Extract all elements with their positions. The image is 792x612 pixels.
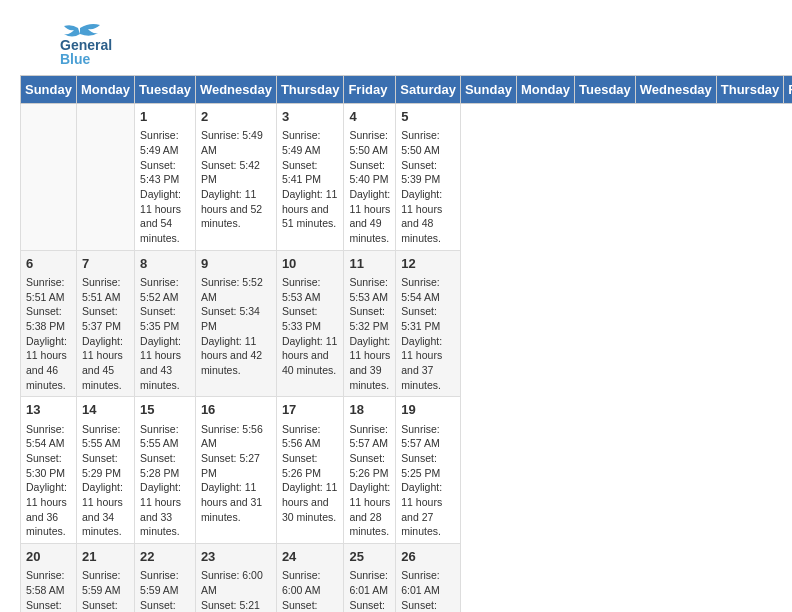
- day-number: 13: [26, 401, 71, 419]
- sunrise-time: Sunrise: 5:59 AM: [82, 568, 129, 597]
- calendar-cell: 23Sunrise: 6:00 AMSunset: 5:21 PMDayligh…: [195, 544, 276, 612]
- sunset-time: Sunset: 5:43 PM: [140, 158, 190, 187]
- daylight-hours: Daylight: 11 hours and 39 minutes.: [349, 334, 390, 393]
- calendar-cell: 19Sunrise: 5:57 AMSunset: 5:25 PMDayligh…: [396, 397, 461, 544]
- sunset-time: Sunset: 5:19 PM: [401, 598, 455, 612]
- calendar-cell: 6Sunrise: 5:51 AMSunset: 5:38 PMDaylight…: [21, 250, 77, 397]
- day-number: 22: [140, 548, 190, 566]
- svg-text:Blue: Blue: [60, 51, 91, 65]
- day-number: 17: [282, 401, 339, 419]
- calendar-header-row: SundayMondayTuesdayWednesdayThursdayFrid…: [21, 76, 793, 104]
- sunrise-time: Sunrise: 6:01 AM: [349, 568, 390, 597]
- sunrise-time: Sunrise: 5:55 AM: [140, 422, 190, 451]
- sunset-time: Sunset: 5:22 PM: [140, 598, 190, 612]
- daylight-hours: Daylight: 11 hours and 51 minutes.: [282, 187, 339, 231]
- daylight-hours: Daylight: 11 hours and 48 minutes.: [401, 187, 455, 246]
- daylight-hours: Daylight: 11 hours and 52 minutes.: [201, 187, 271, 231]
- day-number: 6: [26, 255, 71, 273]
- day-number: 15: [140, 401, 190, 419]
- sunrise-time: Sunrise: 6:00 AM: [282, 568, 339, 597]
- sunrise-time: Sunrise: 5:54 AM: [401, 275, 455, 304]
- day-number: 5: [401, 108, 455, 126]
- calendar-week-row: 13Sunrise: 5:54 AMSunset: 5:30 PMDayligh…: [21, 397, 793, 544]
- weekday-header: Monday: [76, 76, 134, 104]
- sunrise-time: Sunrise: 5:52 AM: [140, 275, 190, 304]
- page-header: General Blue: [20, 20, 772, 65]
- sunrise-time: Sunrise: 5:50 AM: [349, 128, 390, 157]
- daylight-hours: Daylight: 11 hours and 30 minutes.: [282, 480, 339, 524]
- calendar-cell: 17Sunrise: 5:56 AMSunset: 5:26 PMDayligh…: [276, 397, 344, 544]
- sunset-time: Sunset: 5:37 PM: [82, 304, 129, 333]
- calendar-cell: 14Sunrise: 5:55 AMSunset: 5:29 PMDayligh…: [76, 397, 134, 544]
- calendar-cell: 18Sunrise: 5:57 AMSunset: 5:26 PMDayligh…: [344, 397, 396, 544]
- sunrise-time: Sunrise: 5:49 AM: [282, 128, 339, 157]
- sunset-time: Sunset: 5:33 PM: [282, 304, 339, 333]
- calendar-cell: 12Sunrise: 5:54 AMSunset: 5:31 PMDayligh…: [396, 250, 461, 397]
- day-number: 10: [282, 255, 339, 273]
- daylight-hours: Daylight: 11 hours and 28 minutes.: [349, 480, 390, 539]
- weekday-header: Wednesday: [635, 76, 716, 104]
- sunset-time: Sunset: 5:32 PM: [349, 304, 390, 333]
- sunset-time: Sunset: 5:19 PM: [349, 598, 390, 612]
- calendar-cell: 15Sunrise: 5:55 AMSunset: 5:28 PMDayligh…: [135, 397, 196, 544]
- sunset-time: Sunset: 5:31 PM: [401, 304, 455, 333]
- daylight-hours: Daylight: 11 hours and 36 minutes.: [26, 480, 71, 539]
- daylight-hours: Daylight: 11 hours and 34 minutes.: [82, 480, 129, 539]
- sunrise-time: Sunrise: 5:51 AM: [26, 275, 71, 304]
- sunset-time: Sunset: 5:25 PM: [401, 451, 455, 480]
- weekday-header: Friday: [344, 76, 396, 104]
- day-number: 3: [282, 108, 339, 126]
- daylight-hours: Daylight: 11 hours and 31 minutes.: [201, 480, 271, 524]
- sunrise-time: Sunrise: 5:52 AM: [201, 275, 271, 304]
- daylight-hours: Daylight: 11 hours and 49 minutes.: [349, 187, 390, 246]
- day-number: 25: [349, 548, 390, 566]
- calendar-cell: 8Sunrise: 5:52 AMSunset: 5:35 PMDaylight…: [135, 250, 196, 397]
- sunrise-time: Sunrise: 6:01 AM: [401, 568, 455, 597]
- calendar-cell: 4Sunrise: 5:50 AMSunset: 5:40 PMDaylight…: [344, 104, 396, 251]
- calendar-week-row: 6Sunrise: 5:51 AMSunset: 5:38 PMDaylight…: [21, 250, 793, 397]
- sunset-time: Sunset: 5:40 PM: [349, 158, 390, 187]
- weekday-header: Monday: [516, 76, 574, 104]
- sunset-time: Sunset: 5:24 PM: [26, 598, 71, 612]
- sunset-time: Sunset: 5:20 PM: [282, 598, 339, 612]
- calendar-week-row: 1Sunrise: 5:49 AMSunset: 5:43 PMDaylight…: [21, 104, 793, 251]
- sunrise-time: Sunrise: 5:57 AM: [349, 422, 390, 451]
- calendar-cell: 24Sunrise: 6:00 AMSunset: 5:20 PMDayligh…: [276, 544, 344, 612]
- weekday-header: Saturday: [396, 76, 461, 104]
- calendar-cell: 10Sunrise: 5:53 AMSunset: 5:33 PMDayligh…: [276, 250, 344, 397]
- calendar-cell: 26Sunrise: 6:01 AMSunset: 5:19 PMDayligh…: [396, 544, 461, 612]
- sunset-time: Sunset: 5:29 PM: [82, 451, 129, 480]
- calendar-table: SundayMondayTuesdayWednesdayThursdayFrid…: [20, 75, 792, 612]
- sunset-time: Sunset: 5:28 PM: [140, 451, 190, 480]
- calendar-cell: 2Sunrise: 5:49 AMSunset: 5:42 PMDaylight…: [195, 104, 276, 251]
- sunset-time: Sunset: 5:26 PM: [282, 451, 339, 480]
- calendar-cell: 20Sunrise: 5:58 AMSunset: 5:24 PMDayligh…: [21, 544, 77, 612]
- daylight-hours: Daylight: 11 hours and 43 minutes.: [140, 334, 190, 393]
- weekday-header: Tuesday: [575, 76, 636, 104]
- sunset-time: Sunset: 5:42 PM: [201, 158, 271, 187]
- sunset-time: Sunset: 5:41 PM: [282, 158, 339, 187]
- daylight-hours: Daylight: 11 hours and 40 minutes.: [282, 334, 339, 378]
- calendar-cell: 7Sunrise: 5:51 AMSunset: 5:37 PMDaylight…: [76, 250, 134, 397]
- weekday-header: Tuesday: [135, 76, 196, 104]
- day-number: 19: [401, 401, 455, 419]
- sunrise-time: Sunrise: 5:59 AM: [140, 568, 190, 597]
- calendar-cell: 3Sunrise: 5:49 AMSunset: 5:41 PMDaylight…: [276, 104, 344, 251]
- sunset-time: Sunset: 5:34 PM: [201, 304, 271, 333]
- weekday-header: Friday: [784, 76, 792, 104]
- sunrise-time: Sunrise: 5:49 AM: [140, 128, 190, 157]
- day-number: 7: [82, 255, 129, 273]
- calendar-cell: 25Sunrise: 6:01 AMSunset: 5:19 PMDayligh…: [344, 544, 396, 612]
- day-number: 16: [201, 401, 271, 419]
- daylight-hours: Daylight: 11 hours and 37 minutes.: [401, 334, 455, 393]
- sunset-time: Sunset: 5:23 PM: [82, 598, 129, 612]
- calendar-week-row: 20Sunrise: 5:58 AMSunset: 5:24 PMDayligh…: [21, 544, 793, 612]
- daylight-hours: Daylight: 11 hours and 45 minutes.: [82, 334, 129, 393]
- logo-svg: General Blue: [20, 20, 140, 65]
- sunrise-time: Sunrise: 5:56 AM: [282, 422, 339, 451]
- day-number: 24: [282, 548, 339, 566]
- logo: General Blue: [20, 20, 140, 65]
- sunrise-time: Sunrise: 5:57 AM: [401, 422, 455, 451]
- weekday-header: Thursday: [716, 76, 784, 104]
- sunrise-time: Sunrise: 5:58 AM: [26, 568, 71, 597]
